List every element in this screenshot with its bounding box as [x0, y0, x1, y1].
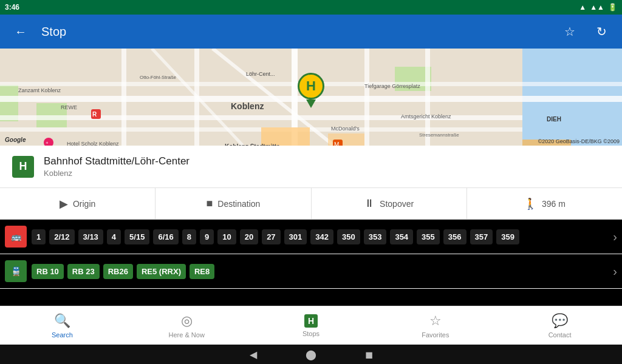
svg-text:R: R: [92, 111, 97, 118]
here-now-nav-icon: ◎: [181, 313, 193, 329]
favorite-button[interactable]: ☆: [559, 21, 581, 42]
train-line-badge[interactable]: RE5 (RRX): [137, 264, 186, 279]
stops-nav-label: Stops: [302, 330, 320, 337]
bus-type-icon: 🚌: [5, 226, 27, 248]
destination-icon: ■: [206, 197, 213, 210]
bus-line-badge[interactable]: 8: [182, 229, 196, 244]
bus-line-badge[interactable]: 355: [417, 229, 440, 244]
bus-line-badge[interactable]: 4: [107, 229, 121, 244]
wifi-icon: ▲: [579, 3, 586, 12]
bottom-nav: 🔍 Search ◎ Here & Now H Stops ☆ Favorite…: [0, 306, 622, 345]
stop-name: Bahnhof Stadtmitte/Löhr-Center: [44, 155, 610, 167]
search-nav-label: Search: [52, 331, 73, 339]
svg-text:Zanzamt Koblenz: Zanzamt Koblenz: [18, 87, 61, 93]
svg-text:Löhr-Cent...: Löhr-Cent...: [246, 71, 275, 77]
contact-nav-label: Contact: [549, 331, 572, 339]
recents-android-btn[interactable]: ◼: [365, 349, 373, 360]
bus-line-badge[interactable]: 301: [284, 229, 307, 244]
bus-line-badge[interactable]: 357: [470, 229, 493, 244]
android-nav-bar: ◀ ⬤ ◼: [0, 345, 622, 364]
svg-text:Stresemannstraße: Stresemannstraße: [419, 132, 459, 138]
bus-line-badge[interactable]: 356: [443, 229, 466, 244]
svg-text:Otto-Föhl-Straße: Otto-Föhl-Straße: [140, 75, 177, 80]
bus-line-badge[interactable]: 9: [200, 229, 214, 244]
top-bar-icons: ☆ ↻: [559, 21, 612, 42]
bus-line-badge[interactable]: 1: [32, 229, 46, 244]
nav-favorites[interactable]: ☆ Favorites: [373, 306, 497, 345]
home-android-btn[interactable]: ⬤: [306, 349, 316, 360]
filter-stopover[interactable]: ⏸ Stopover: [312, 188, 467, 219]
svg-text:REWE: REWE: [61, 104, 77, 110]
signal-icon: ▲▲: [590, 3, 604, 12]
refresh-button[interactable]: ↻: [590, 21, 612, 42]
nav-search[interactable]: 🔍 Search: [0, 306, 125, 345]
map-pin[interactable]: H: [298, 73, 324, 108]
search-nav-icon: 🔍: [54, 313, 70, 329]
battery-icon: 🔋: [608, 3, 617, 12]
bus-more-chevron[interactable]: ›: [613, 230, 617, 244]
filter-walk[interactable]: 🚶 396 m: [467, 188, 622, 219]
stop-info: Bahnhof Stadtmitte/Löhr-Center Koblenz: [44, 155, 610, 178]
destination-label: Destination: [217, 199, 260, 209]
origin-icon: ▶: [60, 197, 68, 211]
bus-line-badge[interactable]: 354: [390, 229, 413, 244]
status-icons: ▲ ▲▲ 🔋: [579, 3, 617, 12]
train-badges: RB 10RB 23RB26RE5 (RRX)RE8: [32, 264, 608, 279]
svg-text:Koblenz: Koblenz: [231, 101, 264, 111]
bus-line-badge[interactable]: 353: [364, 229, 387, 244]
back-button[interactable]: ←: [10, 21, 32, 42]
here-now-nav-label: Here & Now: [169, 331, 205, 339]
train-line-badge[interactable]: RB 23: [67, 264, 100, 279]
svg-text:Tiefgarage Görresplatz: Tiefgarage Görresplatz: [364, 83, 420, 89]
bus-line-badge[interactable]: 6/16: [153, 229, 178, 244]
back-android-btn[interactable]: ◀: [250, 349, 257, 360]
walk-icon: 🚶: [524, 197, 537, 211]
bus-badges: 12/123/1345/156/168910202730134235035335…: [32, 229, 608, 244]
bus-line-badge[interactable]: 359: [496, 229, 519, 244]
bus-lines-row: 🚌 12/123/1345/156/1689102027301342350353…: [0, 220, 622, 254]
time: 3:46: [5, 3, 19, 12]
train-line-badge[interactable]: RE8: [190, 264, 214, 279]
page-title: Stop: [41, 25, 549, 39]
svg-text:Amtsgericht Koblenz: Amtsgericht Koblenz: [401, 113, 451, 120]
stop-type-icon: H: [12, 156, 34, 178]
nav-here-now[interactable]: ◎ Here & Now: [125, 306, 249, 345]
top-bar: ← Stop ☆ ↻: [0, 15, 622, 49]
map-pin-circle: H: [298, 73, 324, 99]
bus-line-badge[interactable]: 3/13: [78, 229, 103, 244]
bus-line-badge[interactable]: 350: [337, 229, 360, 244]
contact-nav-icon: 💬: [552, 313, 568, 329]
bus-line-badge[interactable]: 27: [262, 229, 280, 244]
favorites-nav-label: Favorites: [422, 331, 449, 339]
filter-origin[interactable]: ▶ Origin: [0, 188, 156, 219]
stop-city: Koblenz: [44, 169, 610, 178]
nav-contact[interactable]: 💬 Contact: [497, 306, 622, 345]
stop-card: H Bahnhof Stadtmitte/Löhr-Center Koblenz: [0, 146, 622, 188]
svg-text:Hotel Scholz Koblenz: Hotel Scholz Koblenz: [67, 141, 119, 146]
train-lines-row: 🚆 RB 10RB 23RB26RE5 (RRX)RE8 ›: [0, 254, 622, 289]
bus-line-badge[interactable]: 20: [240, 229, 258, 244]
train-line-badge[interactable]: RB 10: [32, 264, 64, 279]
svg-text:M: M: [334, 141, 339, 146]
map-attribution: ©2020 GeoBasis-DE/BKG ©2009: [538, 138, 620, 144]
svg-text:Koblenz Stadtmitte: Koblenz Stadtmitte: [225, 143, 280, 146]
map-area: Zanzamt Koblenz REWE Otto-Föhl-Straße Ho…: [0, 49, 622, 146]
train-type-icon: 🚆: [5, 260, 27, 282]
bus-line-badge[interactable]: 5/15: [125, 229, 149, 244]
nav-stops[interactable]: H Stops: [249, 306, 374, 345]
svg-text:McDonald's: McDonald's: [331, 126, 360, 132]
stops-nav-icon: H: [304, 314, 318, 328]
train-line-badge[interactable]: RB26: [103, 264, 133, 279]
stopover-icon: ⏸: [364, 197, 375, 210]
bus-line-badge[interactable]: 10: [217, 229, 236, 244]
stopover-label: Stopover: [380, 199, 414, 209]
walk-distance: 396 m: [542, 199, 566, 209]
bus-line-badge[interactable]: 2/12: [49, 229, 74, 244]
filter-destination[interactable]: ■ Destination: [156, 188, 311, 219]
bus-line-badge[interactable]: 342: [310, 229, 333, 244]
map-pin-tail: [306, 99, 316, 108]
google-logo: Google: [5, 136, 26, 143]
origin-label: Origin: [73, 199, 95, 209]
filter-row: ▶ Origin ■ Destination ⏸ Stopover 🚶 396 …: [0, 188, 622, 220]
train-more-chevron[interactable]: ›: [613, 265, 617, 278]
